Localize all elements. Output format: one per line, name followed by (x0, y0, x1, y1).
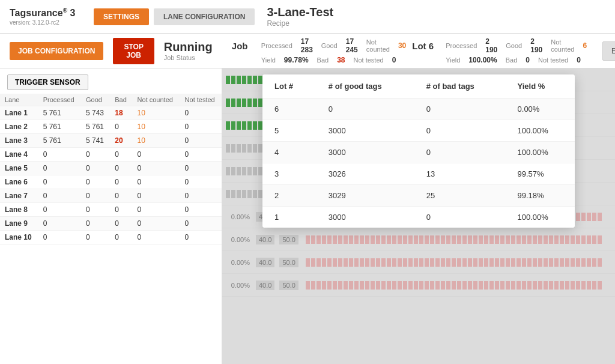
table-row: Lane 1000000 (0, 231, 222, 244)
app-version: version: 3.12.0-rc2 (10, 19, 94, 26)
popup-col-yield: Yield % (506, 74, 575, 99)
lot-good-val: 2 190 (530, 37, 542, 54)
col-bad: Bad (110, 94, 132, 106)
table-row: Lane 600000 (0, 175, 222, 189)
header-buttons: SETTINGS LANE CONFIGURATION (94, 8, 255, 25)
table-row: Lane 800000 (0, 203, 222, 217)
lot-not-counted-val: 6 (583, 41, 587, 50)
job-label: Job (232, 41, 253, 51)
export-data-button[interactable]: EXPORT DATA (602, 41, 615, 61)
job-not-tested-key: Not tested (354, 56, 384, 64)
status-sub: Job Status (164, 54, 213, 61)
app-header: Tagsurance® 3 version: 3.12.0-rc2 SETTIN… (0, 0, 615, 34)
col-processed: Processed (38, 94, 81, 106)
left-panel: TRIGGER SENSOR Lane Processed Good Bad N… (0, 68, 222, 364)
job-not-counted-val: 30 (398, 41, 406, 50)
recipe-label: Recipe (267, 19, 605, 28)
popup-col-lot: Lot # (262, 74, 317, 99)
lot-processed-key: Processed (446, 42, 477, 49)
popup-row: 130000100.00% (262, 207, 575, 228)
popup-row: 230292599.18% (262, 185, 575, 207)
lot-bad-key: Bad (506, 56, 518, 64)
lot-yield-val: 100.00% (468, 56, 497, 64)
popup-overlay: Lot # # of good tags # of bad tags Yield… (222, 68, 615, 364)
lot-label: Lot 6 (412, 41, 437, 51)
job-bad-val: 38 (337, 56, 345, 64)
job-yield-val: 99.78% (284, 56, 309, 64)
logo-area: Tagsurance® 3 version: 3.12.0-rc2 (10, 7, 94, 25)
popup-header-row: Lot # # of good tags # of bad tags Yield… (262, 74, 575, 99)
job-not-tested-val: 0 (392, 56, 396, 64)
table-row: Lane 900000 (0, 217, 222, 231)
popup-row: 530000100.00% (262, 120, 575, 142)
lot-yield-key: Yield (446, 56, 460, 64)
lot-bad-val: 0 (526, 56, 530, 64)
recipe-area: 3-Lane-Test Recipe (267, 5, 605, 28)
popup-col-bad: # of bad tags (414, 74, 506, 99)
recipe-name: 3-Lane-Test (267, 5, 605, 19)
settings-button[interactable]: SETTINGS (94, 8, 149, 25)
col-not-tested: Not tested (180, 94, 222, 106)
lot-not-tested-val: 0 (577, 56, 581, 64)
main-content: TRIGGER SENSOR Lane Processed Good Bad N… (0, 68, 615, 364)
lot-popup: Lot # # of good tags # of bad tags Yield… (262, 74, 575, 228)
table-row: Lane 700000 (0, 189, 222, 203)
table-header-row: Lane Processed Good Bad Not counted Not … (0, 94, 222, 106)
app-title: Tagsurance® 3 (10, 7, 94, 19)
lot-processed-val: 2 190 (485, 37, 497, 54)
col-not-counted: Not counted (133, 94, 180, 106)
job-not-counted-key: Not counted (366, 38, 390, 53)
job-bad-key: Bad (317, 56, 329, 64)
job-status-bar: JOB CONFIGURATION STOP JOB Running Job S… (0, 34, 615, 68)
popup-row: 6000.00% (262, 99, 575, 120)
lot-not-tested-key: Not tested (538, 56, 568, 64)
lot-good-key: Good (506, 42, 522, 49)
popup-col-good: # of good tags (317, 74, 414, 99)
stats-container: Job Processed 17 283 Good 17 245 Not cou… (232, 37, 593, 64)
popup-table: Lot # # of good tags # of bad tags Yield… (262, 74, 575, 228)
table-row: Lane 35 7615 74120100 (0, 134, 222, 148)
running-status: Running Job Status (164, 40, 213, 61)
popup-row: 430000100.00% (262, 142, 575, 163)
stop-job-button[interactable]: STOP JOB (113, 38, 154, 64)
job-processed-val: 17 283 (301, 37, 313, 54)
job-good-val: 17 245 (346, 37, 358, 54)
popup-table-body: 6000.00%530000100.00%430000100.00%330261… (262, 99, 575, 228)
job-config-button[interactable]: JOB CONFIGURATION (10, 42, 103, 60)
job-good-key: Good (321, 42, 338, 49)
job-yield-key: Yield (261, 56, 276, 64)
lane-table-body: Lane 15 7615 74318100Lane 25 7615 761010… (0, 106, 222, 244)
table-row: Lane 15 7615 74318100 (0, 106, 222, 120)
lot-not-counted-key: Not counted (551, 38, 574, 53)
trigger-sensor-button[interactable]: TRIGGER SENSOR (7, 74, 88, 90)
job-processed-key: Processed (261, 42, 292, 49)
job-stats: Job Processed 17 283 Good 17 245 Not cou… (232, 37, 406, 64)
table-row: Lane 25 7615 7610100 (0, 120, 222, 134)
col-lane: Lane (0, 94, 38, 106)
col-good: Good (81, 94, 110, 106)
table-row: Lane 500000 (0, 162, 222, 175)
lane-config-button[interactable]: LANE CONFIGURATION (154, 8, 255, 25)
lane-table: Lane Processed Good Bad Not counted Not … (0, 94, 222, 244)
right-panel: 0.00%40.050.00.00%40.050.00.00%40.050.00… (222, 68, 615, 364)
table-row: Lane 400000 (0, 148, 222, 162)
popup-row: 330261399.57% (262, 163, 575, 185)
lot-stats: Lot 6 Processed 2 190 Good 2 190 Not cou… (412, 37, 587, 64)
status-text: Running (164, 40, 213, 54)
